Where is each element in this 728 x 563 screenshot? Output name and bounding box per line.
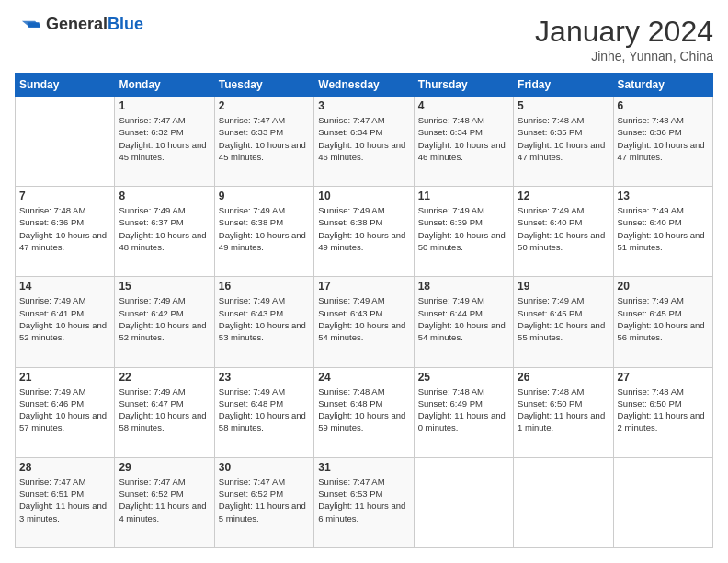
calendar-cell: 12Sunrise: 7:49 AMSunset: 6:40 PMDayligh… [514, 187, 613, 277]
day-info: Sunrise: 7:47 AMSunset: 6:52 PMDaylight:… [219, 476, 310, 524]
day-number: 8 [119, 190, 210, 202]
day-info: Sunrise: 7:49 AMSunset: 6:48 PMDaylight:… [219, 385, 310, 434]
day-info: Sunrise: 7:49 AMSunset: 6:45 PMDaylight:… [618, 294, 709, 343]
day-number: 15 [119, 280, 210, 293]
day-number: 1 [119, 99, 210, 112]
calendar-cell: 4Sunrise: 7:48 AMSunset: 6:34 PMDaylight… [414, 97, 513, 187]
calendar-cell: 22Sunrise: 7:49 AMSunset: 6:47 PMDayligh… [115, 367, 214, 457]
generalblue-logo-icon [15, 16, 42, 34]
calendar-cell [16, 97, 115, 187]
day-header-wednesday: Wednesday [314, 74, 414, 97]
calendar-cell: 29Sunrise: 7:47 AMSunset: 6:52 PMDayligh… [115, 457, 214, 547]
day-info: Sunrise: 7:49 AMSunset: 6:41 PMDaylight:… [19, 294, 110, 343]
day-info: Sunrise: 7:47 AMSunset: 6:51 PMDaylight:… [19, 476, 110, 524]
day-number: 16 [219, 280, 310, 293]
day-info: Sunrise: 7:48 AMSunset: 6:50 PMDaylight:… [518, 385, 609, 434]
calendar-cell: 31Sunrise: 7:47 AMSunset: 6:53 PMDayligh… [314, 457, 414, 547]
calendar-cell: 20Sunrise: 7:49 AMSunset: 6:45 PMDayligh… [613, 277, 712, 367]
page: GeneralBlue January 2024 Jinhe, Yunnan, … [0, 0, 728, 563]
calendar-cell: 30Sunrise: 7:47 AMSunset: 6:52 PMDayligh… [214, 457, 313, 547]
day-header-saturday: Saturday [613, 74, 712, 97]
calendar-cell: 3Sunrise: 7:47 AMSunset: 6:34 PMDaylight… [314, 97, 414, 187]
month-title: January 2024 [535, 15, 713, 49]
day-number: 31 [318, 461, 409, 474]
day-info: Sunrise: 7:48 AMSunset: 6:49 PMDaylight:… [418, 385, 509, 434]
calendar-week-2: 7Sunrise: 7:48 AMSunset: 6:36 PMDaylight… [16, 187, 713, 277]
calendar-cell: 19Sunrise: 7:49 AMSunset: 6:45 PMDayligh… [514, 277, 613, 367]
day-info: Sunrise: 7:49 AMSunset: 6:39 PMDaylight:… [418, 204, 509, 253]
day-info: Sunrise: 7:48 AMSunset: 6:50 PMDaylight:… [618, 385, 709, 434]
logo-blue: Blue [108, 15, 143, 33]
calendar-cell: 17Sunrise: 7:49 AMSunset: 6:43 PMDayligh… [314, 277, 414, 367]
day-info: Sunrise: 7:49 AMSunset: 6:40 PMDaylight:… [518, 204, 609, 253]
day-number: 17 [318, 280, 409, 293]
day-header-monday: Monday [115, 74, 214, 97]
day-number: 13 [618, 190, 709, 202]
day-number: 10 [318, 190, 409, 202]
day-number: 27 [618, 371, 709, 384]
logo-general: General [46, 15, 108, 33]
calendar-cell: 27Sunrise: 7:48 AMSunset: 6:50 PMDayligh… [613, 367, 712, 457]
calendar-cell: 5Sunrise: 7:48 AMSunset: 6:35 PMDaylight… [514, 97, 613, 187]
calendar-cell: 14Sunrise: 7:49 AMSunset: 6:41 PMDayligh… [16, 277, 115, 367]
day-number: 2 [219, 99, 310, 112]
calendar-cell: 21Sunrise: 7:49 AMSunset: 6:46 PMDayligh… [16, 367, 115, 457]
day-info: Sunrise: 7:49 AMSunset: 6:43 PMDaylight:… [219, 294, 310, 343]
calendar-cell: 28Sunrise: 7:47 AMSunset: 6:51 PMDayligh… [16, 457, 115, 547]
logo: GeneralBlue [15, 15, 143, 34]
logo-text: GeneralBlue [46, 15, 143, 34]
day-number: 14 [19, 280, 110, 293]
svg-marker-2 [28, 22, 40, 28]
calendar-table: SundayMondayTuesdayWednesdayThursdayFrid… [15, 73, 713, 548]
calendar-cell: 26Sunrise: 7:48 AMSunset: 6:50 PMDayligh… [514, 367, 613, 457]
day-info: Sunrise: 7:49 AMSunset: 6:40 PMDaylight:… [618, 204, 709, 253]
calendar-cell: 7Sunrise: 7:48 AMSunset: 6:36 PMDaylight… [16, 187, 115, 277]
day-number: 26 [518, 371, 609, 384]
calendar-cell: 13Sunrise: 7:49 AMSunset: 6:40 PMDayligh… [613, 187, 712, 277]
day-info: Sunrise: 7:49 AMSunset: 6:46 PMDaylight:… [19, 385, 110, 434]
day-number: 22 [119, 371, 210, 384]
calendar-week-5: 28Sunrise: 7:47 AMSunset: 6:51 PMDayligh… [16, 457, 713, 547]
header: GeneralBlue January 2024 Jinhe, Yunnan, … [15, 15, 713, 63]
calendar-week-3: 14Sunrise: 7:49 AMSunset: 6:41 PMDayligh… [16, 277, 713, 367]
day-info: Sunrise: 7:49 AMSunset: 6:47 PMDaylight:… [119, 385, 210, 434]
calendar-cell: 15Sunrise: 7:49 AMSunset: 6:42 PMDayligh… [115, 277, 214, 367]
day-info: Sunrise: 7:47 AMSunset: 6:32 PMDaylight:… [119, 114, 210, 163]
day-header-sunday: Sunday [16, 74, 115, 97]
calendar-cell: 6Sunrise: 7:48 AMSunset: 6:36 PMDaylight… [613, 97, 712, 187]
day-info: Sunrise: 7:49 AMSunset: 6:38 PMDaylight:… [318, 204, 409, 253]
day-number: 23 [219, 371, 310, 384]
calendar-cell [414, 457, 513, 547]
day-number: 19 [518, 280, 609, 293]
day-header-friday: Friday [514, 74, 613, 97]
calendar-cell: 1Sunrise: 7:47 AMSunset: 6:32 PMDaylight… [115, 97, 214, 187]
day-info: Sunrise: 7:49 AMSunset: 6:44 PMDaylight:… [418, 294, 509, 343]
calendar-cell: 8Sunrise: 7:49 AMSunset: 6:37 PMDaylight… [115, 187, 214, 277]
day-info: Sunrise: 7:49 AMSunset: 6:38 PMDaylight:… [219, 204, 310, 253]
day-header-thursday: Thursday [414, 74, 513, 97]
calendar-week-1: 1Sunrise: 7:47 AMSunset: 6:32 PMDaylight… [16, 97, 713, 187]
day-info: Sunrise: 7:49 AMSunset: 6:37 PMDaylight:… [119, 204, 210, 253]
day-number: 11 [418, 190, 509, 202]
calendar-cell: 10Sunrise: 7:49 AMSunset: 6:38 PMDayligh… [314, 187, 414, 277]
calendar-week-4: 21Sunrise: 7:49 AMSunset: 6:46 PMDayligh… [16, 367, 713, 457]
calendar-cell: 23Sunrise: 7:49 AMSunset: 6:48 PMDayligh… [214, 367, 313, 457]
day-number: 12 [518, 190, 609, 202]
day-number: 30 [219, 461, 310, 474]
day-info: Sunrise: 7:47 AMSunset: 6:34 PMDaylight:… [318, 114, 409, 163]
day-info: Sunrise: 7:48 AMSunset: 6:48 PMDaylight:… [318, 385, 409, 434]
calendar-cell: 25Sunrise: 7:48 AMSunset: 6:49 PMDayligh… [414, 367, 513, 457]
day-info: Sunrise: 7:48 AMSunset: 6:36 PMDaylight:… [618, 114, 709, 163]
title-area: January 2024 Jinhe, Yunnan, China [535, 15, 713, 63]
day-number: 6 [618, 99, 709, 112]
location: Jinhe, Yunnan, China [535, 49, 713, 63]
calendar-cell: 9Sunrise: 7:49 AMSunset: 6:38 PMDaylight… [214, 187, 313, 277]
day-info: Sunrise: 7:47 AMSunset: 6:33 PMDaylight:… [219, 114, 310, 163]
day-number: 21 [19, 371, 110, 384]
calendar-cell: 16Sunrise: 7:49 AMSunset: 6:43 PMDayligh… [214, 277, 313, 367]
calendar-cell: 24Sunrise: 7:48 AMSunset: 6:48 PMDayligh… [314, 367, 414, 457]
calendar-cell: 2Sunrise: 7:47 AMSunset: 6:33 PMDaylight… [214, 97, 313, 187]
day-number: 7 [19, 190, 110, 202]
day-info: Sunrise: 7:49 AMSunset: 6:45 PMDaylight:… [518, 294, 609, 343]
calendar-cell [514, 457, 613, 547]
